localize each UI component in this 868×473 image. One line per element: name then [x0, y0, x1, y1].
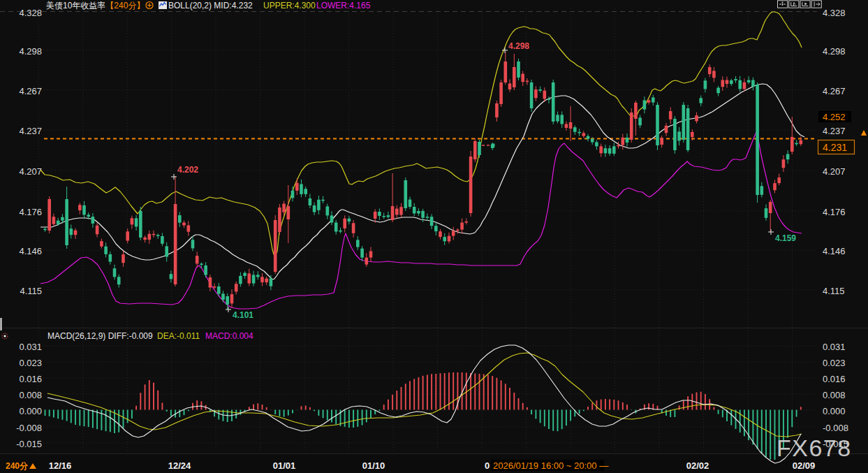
svg-text:4.176: 4.176	[19, 207, 42, 217]
svg-text:0.016: 0.016	[19, 374, 42, 384]
svg-text:4.231: 4.231	[823, 142, 847, 153]
svg-text:4.298: 4.298	[823, 46, 846, 57]
svg-text:4.328: 4.328	[823, 8, 846, 18]
svg-text:4.159: 4.159	[775, 233, 796, 243]
svg-text:4.237: 4.237	[19, 126, 42, 136]
svg-text:4.298: 4.298	[19, 46, 42, 57]
svg-text:0.031: 0.031	[19, 342, 42, 352]
svg-text:0.008: 0.008	[19, 390, 42, 400]
svg-text:MACD(26,12,9) DIFF:-0.009: MACD(26,12,9) DIFF:-0.009	[47, 331, 153, 341]
svg-text:4.252: 4.252	[823, 112, 846, 122]
svg-text:LOWER:4.165: LOWER:4.165	[316, 1, 371, 10]
svg-text:DEA:-0.011: DEA:-0.011	[157, 331, 200, 341]
svg-text:4.237: 4.237	[823, 126, 846, 136]
svg-text:0.023: 0.023	[19, 358, 42, 368]
svg-text:02/02: 02/02	[686, 460, 709, 471]
svg-text:-0.015: -0.015	[16, 439, 42, 449]
svg-text:02/09: 02/09	[793, 460, 816, 471]
svg-text:美债10年收益率【240分】: 美债10年收益率【240分】	[46, 1, 145, 10]
svg-text:4.146: 4.146	[823, 246, 846, 256]
svg-text:4.207: 4.207	[19, 166, 42, 177]
svg-text:0.000: 0.000	[823, 406, 846, 416]
svg-text:-0.008: -0.008	[823, 423, 848, 433]
svg-text:0.016: 0.016	[823, 374, 846, 384]
svg-text:4.328: 4.328	[19, 8, 42, 18]
svg-text:4.267: 4.267	[19, 86, 42, 96]
svg-text:01/01: 01/01	[273, 460, 296, 471]
svg-text:0.031: 0.031	[823, 342, 846, 352]
svg-text:4.101: 4.101	[233, 310, 253, 320]
svg-text:12/16: 12/16	[49, 460, 72, 471]
svg-text:UPPER:4.300: UPPER:4.300	[263, 1, 316, 10]
svg-text:4.115: 4.115	[823, 286, 845, 296]
svg-text:4.115: 4.115	[20, 286, 42, 296]
svg-text:4.176: 4.176	[823, 207, 846, 217]
svg-text:-0.008: -0.008	[16, 423, 42, 433]
svg-text:240分: 240分	[6, 461, 29, 471]
svg-text:4.267: 4.267	[823, 86, 846, 96]
svg-text:4.202: 4.202	[177, 165, 198, 175]
svg-text:4.146: 4.146	[19, 246, 42, 256]
svg-text:0.000: 0.000	[19, 406, 42, 416]
svg-text:0: 0	[485, 460, 490, 471]
svg-text:MACD:0.004: MACD:0.004	[205, 331, 253, 341]
svg-text:0.023: 0.023	[823, 358, 846, 368]
svg-text:01/10: 01/10	[362, 460, 385, 471]
svg-text:2026/01/19 16:00 ~ 20:00 —: 2026/01/19 16:00 ~ 20:00 —	[493, 460, 608, 471]
svg-text:0.008: 0.008	[823, 390, 846, 400]
svg-text:12/24: 12/24	[168, 460, 191, 471]
svg-text:4.298: 4.298	[508, 41, 529, 51]
svg-text:4.207: 4.207	[823, 166, 846, 177]
svg-text:BOLL(20,2) MID:4.232: BOLL(20,2) MID:4.232	[168, 1, 253, 10]
svg-text:FX678: FX678	[777, 435, 852, 461]
